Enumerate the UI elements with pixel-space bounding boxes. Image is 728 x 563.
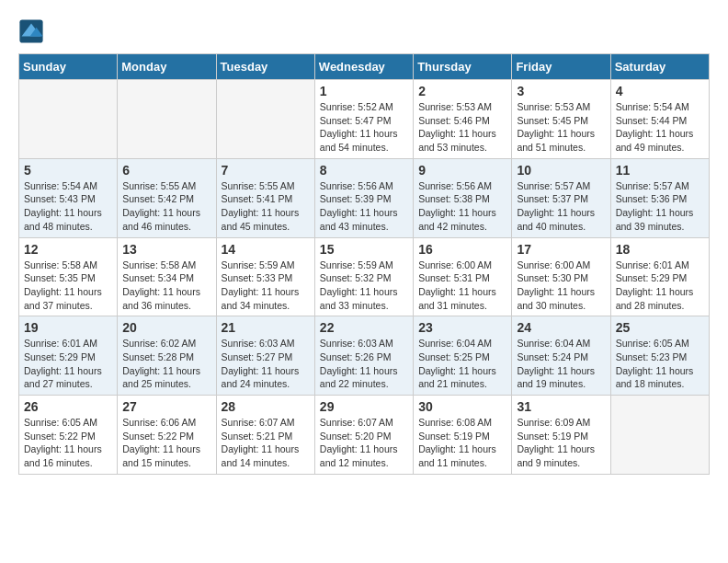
cell-info: Sunrise: 5:56 AM Sunset: 5:39 PM Dayligh…: [320, 179, 408, 234]
cell-info: Sunrise: 6:05 AM Sunset: 5:23 PM Dayligh…: [616, 337, 704, 391]
day-number: 30: [418, 399, 506, 414]
calendar-header-row: SundayMondayTuesdayWednesdayThursdayFrid…: [19, 54, 710, 80]
cell-info: Sunrise: 5:54 AM Sunset: 5:43 PM Dayligh…: [24, 179, 112, 234]
cell-info: Sunrise: 5:59 AM Sunset: 5:33 PM Dayligh…: [222, 259, 310, 313]
day-number: 11: [616, 163, 704, 178]
calendar-cell: 3Sunrise: 5:53 AM Sunset: 5:45 PM Daylig…: [512, 80, 610, 159]
day-number: 10: [517, 163, 605, 178]
day-number: 1: [320, 84, 408, 98]
cell-info: Sunrise: 5:56 AM Sunset: 5:38 PM Dayligh…: [418, 179, 506, 234]
day-header-friday: Friday: [512, 54, 610, 80]
calendar-cell: 8Sunrise: 5:56 AM Sunset: 5:39 PM Daylig…: [314, 158, 413, 237]
day-number: 24: [517, 320, 605, 335]
cell-info: Sunrise: 5:53 AM Sunset: 5:46 PM Dayligh…: [418, 100, 506, 155]
day-number: 4: [616, 84, 704, 98]
calendar-cell: [19, 80, 118, 159]
day-number: 28: [222, 399, 310, 414]
day-number: 17: [517, 242, 605, 257]
day-number: 31: [517, 399, 605, 414]
calendar-cell: 15Sunrise: 5:59 AM Sunset: 5:32 PM Dayli…: [314, 237, 413, 316]
cell-info: Sunrise: 6:09 AM Sunset: 5:19 PM Dayligh…: [517, 416, 605, 470]
cell-info: Sunrise: 6:06 AM Sunset: 5:22 PM Dayligh…: [122, 416, 210, 470]
cell-info: Sunrise: 6:07 AM Sunset: 5:21 PM Dayligh…: [222, 416, 310, 470]
day-number: 19: [24, 320, 112, 335]
calendar-cell: 20Sunrise: 6:02 AM Sunset: 5:28 PM Dayli…: [118, 316, 216, 396]
logo-icon: [18, 18, 44, 44]
calendar-cell: 31Sunrise: 6:09 AM Sunset: 5:19 PM Dayli…: [512, 396, 610, 475]
day-number: 2: [418, 84, 506, 98]
cell-info: Sunrise: 6:04 AM Sunset: 5:24 PM Dayligh…: [517, 337, 605, 391]
day-number: 27: [122, 399, 210, 414]
calendar-cell: 2Sunrise: 5:53 AM Sunset: 5:46 PM Daylig…: [414, 80, 512, 159]
cell-info: Sunrise: 5:52 AM Sunset: 5:47 PM Dayligh…: [320, 100, 408, 155]
calendar-cell: 30Sunrise: 6:08 AM Sunset: 5:19 PM Dayli…: [414, 396, 512, 475]
day-number: 7: [222, 163, 310, 178]
cell-info: Sunrise: 6:08 AM Sunset: 5:19 PM Dayligh…: [418, 416, 506, 470]
day-number: 15: [320, 242, 408, 257]
cell-info: Sunrise: 6:07 AM Sunset: 5:20 PM Dayligh…: [320, 416, 408, 470]
calendar-cell: 4Sunrise: 5:54 AM Sunset: 5:44 PM Daylig…: [610, 80, 709, 159]
page-header: [18, 18, 710, 44]
cell-info: Sunrise: 6:01 AM Sunset: 5:29 PM Dayligh…: [24, 337, 112, 391]
calendar-cell: 29Sunrise: 6:07 AM Sunset: 5:20 PM Dayli…: [314, 396, 413, 475]
calendar-week-3: 12Sunrise: 5:58 AM Sunset: 5:35 PM Dayli…: [19, 237, 710, 316]
calendar-week-4: 19Sunrise: 6:01 AM Sunset: 5:29 PM Dayli…: [19, 316, 710, 396]
calendar-cell: 27Sunrise: 6:06 AM Sunset: 5:22 PM Dayli…: [118, 396, 216, 475]
day-header-saturday: Saturday: [610, 54, 709, 80]
logo: [18, 18, 50, 44]
calendar-week-2: 5Sunrise: 5:54 AM Sunset: 5:43 PM Daylig…: [19, 158, 710, 237]
day-number: 14: [222, 242, 310, 257]
cell-info: Sunrise: 6:01 AM Sunset: 5:29 PM Dayligh…: [616, 259, 704, 313]
day-number: 5: [24, 163, 112, 178]
calendar-cell: 28Sunrise: 6:07 AM Sunset: 5:21 PM Dayli…: [216, 396, 314, 475]
day-number: 12: [24, 242, 112, 257]
cell-info: Sunrise: 5:57 AM Sunset: 5:36 PM Dayligh…: [616, 179, 704, 234]
cell-info: Sunrise: 5:57 AM Sunset: 5:37 PM Dayligh…: [517, 179, 605, 234]
day-header-sunday: Sunday: [19, 54, 118, 80]
calendar-cell: 17Sunrise: 6:00 AM Sunset: 5:30 PM Dayli…: [512, 237, 610, 316]
calendar-cell: 14Sunrise: 5:59 AM Sunset: 5:33 PM Dayli…: [216, 237, 314, 316]
calendar-cell: 26Sunrise: 6:05 AM Sunset: 5:22 PM Dayli…: [19, 396, 118, 475]
calendar-table: SundayMondayTuesdayWednesdayThursdayFrid…: [18, 53, 710, 475]
calendar-cell: 13Sunrise: 5:58 AM Sunset: 5:34 PM Dayli…: [118, 237, 216, 316]
day-number: 9: [418, 163, 506, 178]
calendar-cell: 1Sunrise: 5:52 AM Sunset: 5:47 PM Daylig…: [314, 80, 413, 159]
calendar-cell: 7Sunrise: 5:55 AM Sunset: 5:41 PM Daylig…: [216, 158, 314, 237]
day-number: 16: [418, 242, 506, 257]
calendar-cell: 23Sunrise: 6:04 AM Sunset: 5:25 PM Dayli…: [414, 316, 512, 396]
cell-info: Sunrise: 6:03 AM Sunset: 5:26 PM Dayligh…: [320, 337, 408, 391]
calendar-cell: 24Sunrise: 6:04 AM Sunset: 5:24 PM Dayli…: [512, 316, 610, 396]
cell-info: Sunrise: 6:00 AM Sunset: 5:31 PM Dayligh…: [418, 259, 506, 313]
calendar-cell: 18Sunrise: 6:01 AM Sunset: 5:29 PM Dayli…: [610, 237, 709, 316]
day-number: 25: [616, 320, 704, 335]
cell-info: Sunrise: 5:58 AM Sunset: 5:35 PM Dayligh…: [24, 259, 112, 313]
day-number: 3: [517, 84, 605, 98]
cell-info: Sunrise: 5:54 AM Sunset: 5:44 PM Dayligh…: [616, 100, 704, 155]
calendar-week-5: 26Sunrise: 6:05 AM Sunset: 5:22 PM Dayli…: [19, 396, 710, 475]
cell-info: Sunrise: 5:53 AM Sunset: 5:45 PM Dayligh…: [517, 100, 605, 155]
cell-info: Sunrise: 6:05 AM Sunset: 5:22 PM Dayligh…: [24, 416, 112, 470]
calendar-cell: 12Sunrise: 5:58 AM Sunset: 5:35 PM Dayli…: [19, 237, 118, 316]
day-number: 20: [122, 320, 210, 335]
calendar-cell: 16Sunrise: 6:00 AM Sunset: 5:31 PM Dayli…: [414, 237, 512, 316]
calendar-cell: 6Sunrise: 5:55 AM Sunset: 5:42 PM Daylig…: [118, 158, 216, 237]
calendar-cell: 22Sunrise: 6:03 AM Sunset: 5:26 PM Dayli…: [314, 316, 413, 396]
cell-info: Sunrise: 5:55 AM Sunset: 5:41 PM Dayligh…: [222, 179, 310, 234]
day-number: 6: [122, 163, 210, 178]
day-number: 26: [24, 399, 112, 414]
calendar-cell: 21Sunrise: 6:03 AM Sunset: 5:27 PM Dayli…: [216, 316, 314, 396]
calendar-cell: 11Sunrise: 5:57 AM Sunset: 5:36 PM Dayli…: [610, 158, 709, 237]
day-number: 22: [320, 320, 408, 335]
calendar-cell: 10Sunrise: 5:57 AM Sunset: 5:37 PM Dayli…: [512, 158, 610, 237]
cell-info: Sunrise: 5:58 AM Sunset: 5:34 PM Dayligh…: [122, 259, 210, 313]
calendar-cell: 25Sunrise: 6:05 AM Sunset: 5:23 PM Dayli…: [610, 316, 709, 396]
cell-info: Sunrise: 6:00 AM Sunset: 5:30 PM Dayligh…: [517, 259, 605, 313]
day-header-tuesday: Tuesday: [216, 54, 314, 80]
calendar-cell: [610, 396, 709, 475]
calendar-cell: 5Sunrise: 5:54 AM Sunset: 5:43 PM Daylig…: [19, 158, 118, 237]
day-header-monday: Monday: [118, 54, 216, 80]
day-number: 23: [418, 320, 506, 335]
calendar-cell: 9Sunrise: 5:56 AM Sunset: 5:38 PM Daylig…: [414, 158, 512, 237]
day-number: 8: [320, 163, 408, 178]
calendar-week-1: 1Sunrise: 5:52 AM Sunset: 5:47 PM Daylig…: [19, 80, 710, 159]
